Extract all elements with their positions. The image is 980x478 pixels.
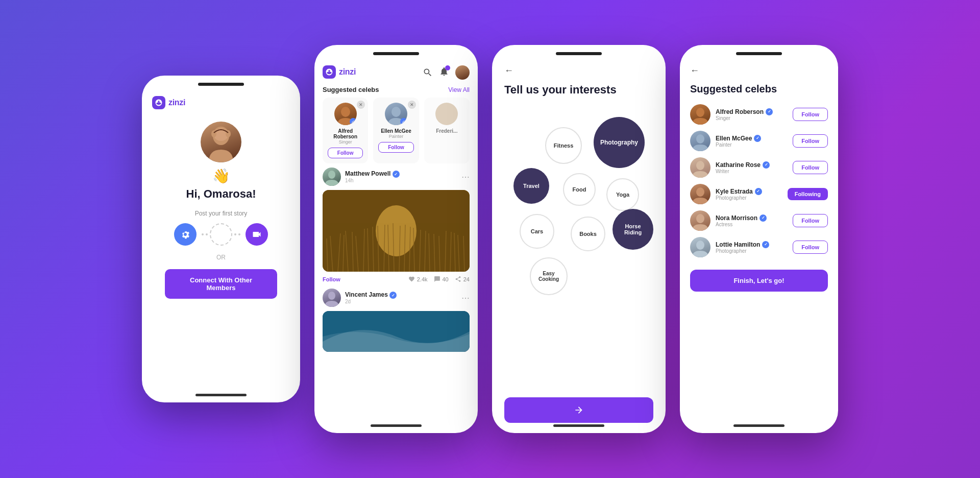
logo-row: zinzi xyxy=(152,96,185,109)
phone-suggested-celebs: ← Suggested celebs Alfred Roberson ✓ Sin… xyxy=(680,45,838,433)
follow-ellen-list-button[interactable]: Follow xyxy=(793,134,828,148)
user-avatar-small[interactable] xyxy=(455,65,470,80)
celeb-card-frederi: Frederi... xyxy=(424,98,470,163)
post-story-label: Post your first story xyxy=(195,210,248,217)
alfred-avatar: ✓ xyxy=(334,103,357,125)
post-vincent: Vincent James ✓ 2d ⋯ xyxy=(314,289,478,356)
bubble-photography[interactable]: Photography xyxy=(594,117,645,168)
ellen-name: Ellen McGee xyxy=(378,128,413,134)
search-icon[interactable] xyxy=(423,67,433,78)
bubble-travel[interactable]: Travel xyxy=(513,168,549,204)
bubble-fitness[interactable]: Fitness xyxy=(545,127,582,164)
zinzi-logo-icon xyxy=(152,96,165,109)
post-user-info-vincent: Vincent James ✓ 2d xyxy=(345,291,397,305)
matthew-name: Matthew Powell ✓ xyxy=(345,170,400,178)
phone-welcome: zinzi 👋 Hi, Omarosa! Post your first sto… xyxy=(142,76,300,402)
bubble-cars[interactable]: Cars xyxy=(520,214,554,249)
suggested-section: Suggested celebs View All ✕ ✓ Alfred Rob… xyxy=(314,86,478,163)
view-all-link[interactable]: View All xyxy=(448,86,470,93)
svg-point-5 xyxy=(391,107,401,117)
ellen-list-name: Ellen McGee ✓ xyxy=(716,135,788,142)
suggested-celebs-title: Suggested celebs xyxy=(690,83,828,95)
alfred-list-role: Singer xyxy=(716,115,788,121)
list-item-nora: Nora Morrison ✓ Actress Follow xyxy=(690,210,828,231)
finish-button[interactable]: Finish, Let's go! xyxy=(690,270,828,292)
alfred-name: Alfred Roberson xyxy=(328,128,363,139)
or-divider: OR xyxy=(216,254,226,261)
story-dots xyxy=(202,223,240,246)
svg-point-41 xyxy=(696,161,704,170)
feed-icons xyxy=(423,65,470,80)
shares-stat: 24 xyxy=(455,276,470,282)
vincent-more-button[interactable]: ⋯ xyxy=(461,293,470,303)
record-button[interactable] xyxy=(210,223,232,246)
list-item-kyle: Kyle Estrada ✓ Photographer Following xyxy=(690,184,828,204)
user-avatar xyxy=(201,122,241,162)
nora-list-info: Nora Morrison ✓ Actress xyxy=(716,214,788,227)
verified-lottie: ✓ xyxy=(762,241,769,248)
katharine-list-role: Writer xyxy=(716,169,788,174)
matthew-post-image xyxy=(323,190,470,272)
logo-text: zinzi xyxy=(168,98,185,107)
phone-home-indicator xyxy=(371,424,422,427)
bubble-horse-riding[interactable]: Horse Riding xyxy=(612,209,653,250)
video-button[interactable] xyxy=(246,223,268,246)
nora-list-avatar xyxy=(690,210,710,231)
bubble-easy-cooking[interactable]: Easy Cooking xyxy=(530,257,568,295)
camera-button[interactable] xyxy=(174,223,197,246)
phone-interests: ← Tell us your interests Fitness Photogr… xyxy=(492,45,666,433)
next-button[interactable] xyxy=(504,397,653,423)
phone-notch xyxy=(736,52,782,55)
verified-icon: ✓ xyxy=(393,171,400,178)
post-header-matthew: Matthew Powell ✓ 14h ⋯ xyxy=(323,168,470,186)
follow-alfred-button[interactable]: Follow xyxy=(328,148,363,158)
list-item-ellen: Ellen McGee ✓ Painter Follow xyxy=(690,131,828,151)
close-alfred-button[interactable]: ✕ xyxy=(357,101,365,109)
back-button-celebs[interactable]: ← xyxy=(690,65,828,76)
celeb-card-ellen: ✕ ✓ Ellen McGee Painter Follow xyxy=(373,98,419,163)
notification-badge xyxy=(445,65,450,70)
follow-lottie-list-button[interactable]: Follow xyxy=(793,241,828,254)
ellen-avatar: ✓ xyxy=(385,103,407,125)
katharine-list-name: Katharine Rose ✓ xyxy=(716,161,788,169)
back-button-interests[interactable]: ← xyxy=(504,65,653,76)
bubble-yoga[interactable]: Yoga xyxy=(606,178,639,211)
bubble-food[interactable]: Food xyxy=(563,173,596,206)
follow-ellen-button[interactable]: Follow xyxy=(378,142,413,153)
nora-list-role: Actress xyxy=(716,222,788,227)
svg-point-39 xyxy=(696,108,704,117)
matthew-follow-button[interactable]: Follow xyxy=(323,276,340,282)
svg-point-40 xyxy=(696,134,704,144)
svg-point-37 xyxy=(328,292,335,300)
close-ellen-button[interactable]: ✕ xyxy=(408,101,416,109)
katharine-list-avatar xyxy=(690,157,710,178)
verified-nora: ✓ xyxy=(760,214,767,222)
notifications-icon[interactable] xyxy=(439,66,449,79)
bubble-books[interactable]: Books xyxy=(571,217,605,251)
celeb-card-alfred: ✕ ✓ Alfred Roberson Singer Follow xyxy=(323,98,368,163)
alfred-list-name: Alfred Roberson ✓ xyxy=(716,108,788,115)
likes-count: 2.4k xyxy=(417,276,428,282)
lottie-list-role: Photographer xyxy=(716,248,788,254)
post-more-button[interactable]: ⋯ xyxy=(461,172,470,182)
feed-logo: zinzi xyxy=(323,65,356,79)
zinzi-logo-icon-feed xyxy=(323,65,336,79)
follow-alfred-list-button[interactable]: Follow xyxy=(793,108,828,121)
wave-emoji: 👋 xyxy=(212,168,230,184)
list-item-alfred: Alfred Roberson ✓ Singer Follow xyxy=(690,104,828,125)
post-user-info: Matthew Powell ✓ 14h xyxy=(345,170,400,184)
phone-home-indicator xyxy=(195,394,247,396)
list-item-katharine: Katharine Rose ✓ Writer Follow xyxy=(690,157,828,178)
svg-point-6 xyxy=(328,171,335,179)
feed-logo-text: zinzi xyxy=(339,67,356,77)
story-actions xyxy=(174,223,268,246)
matthew-time: 14h xyxy=(345,178,400,183)
frederi-name: Frederi... xyxy=(429,128,464,134)
follow-katharine-list-button[interactable]: Follow xyxy=(793,161,828,174)
connect-button[interactable]: Connect With Other Members xyxy=(165,269,277,299)
ellen-list-role: Painter xyxy=(716,142,788,148)
follow-nora-list-button[interactable]: Follow xyxy=(793,214,828,227)
svg-point-4 xyxy=(341,107,350,117)
following-kyle-button[interactable]: Following xyxy=(788,188,828,200)
frederi-avatar xyxy=(435,103,458,125)
